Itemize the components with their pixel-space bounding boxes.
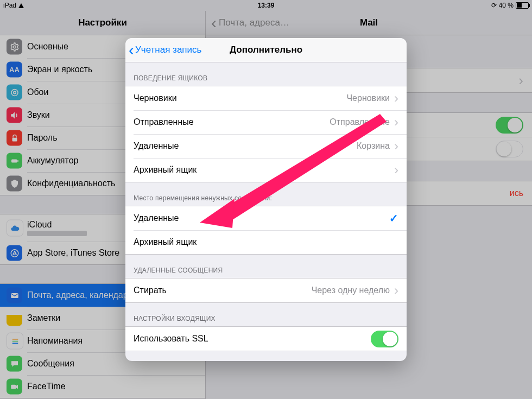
appstore-icon <box>7 245 22 261</box>
status-bar: iPad 13:39 ⟳ 40 % <box>0 0 532 11</box>
sidebar-title: Настройки <box>0 11 205 35</box>
row-deleted[interactable]: Удаленные Корзина › <box>125 134 407 158</box>
notes-icon <box>7 311 22 326</box>
row-sent[interactable]: Отправленные Отправленные › <box>125 110 407 134</box>
detail-header: ‹ Почта, адреса… Mail <box>206 11 532 35</box>
wifi-icon <box>18 3 24 8</box>
detail-back-button[interactable]: ‹ Почта, адреса… <box>211 15 289 31</box>
wallpaper-icon <box>7 85 22 100</box>
sidebar-item-label: App Store, iTunes Store <box>27 248 119 258</box>
row-label: Отправленные <box>134 117 194 127</box>
svg-rect-4 <box>11 159 17 162</box>
svg-point-1 <box>11 89 18 96</box>
sidebar-item-label: Напоминания <box>27 336 83 346</box>
facetime-icon <box>7 379 22 395</box>
toggle-ssl[interactable] <box>371 331 398 347</box>
sidebar-item-label: Конфиденциальность <box>27 179 115 188</box>
icloud-icon <box>7 220 23 237</box>
row-move-deleted[interactable]: Удаленные ✓ <box>125 206 407 230</box>
svg-rect-11 <box>11 384 16 389</box>
mail-icon <box>7 288 22 303</box>
row-archive[interactable]: Архивный ящик › <box>125 158 407 182</box>
row-use-ssl[interactable]: Использовать SSL <box>125 327 407 351</box>
row-value: Отправленные <box>330 117 390 127</box>
battery-item-icon <box>7 153 22 169</box>
lock-icon <box>7 130 22 146</box>
check-icon: ✓ <box>389 212 398 225</box>
chevron-right-icon: › <box>394 163 398 176</box>
battery-icon <box>516 2 529 9</box>
chevron-right-icon: › <box>394 116 398 129</box>
svg-rect-7 <box>11 293 18 298</box>
row-value: Корзина <box>357 141 390 151</box>
icloud-sub <box>27 231 87 236</box>
sound-icon <box>7 107 22 123</box>
row-label: Архивный ящик <box>134 165 197 175</box>
svg-rect-3 <box>12 137 17 141</box>
sidebar-item-facetime[interactable]: FaceTime <box>0 375 205 398</box>
sidebar-item-label: Обои <box>27 87 48 97</box>
row-label: Архивный ящик <box>134 237 197 247</box>
battery-pct: 40 % <box>499 2 514 9</box>
reminders-icon <box>7 333 23 350</box>
svg-point-2 <box>13 91 16 94</box>
row-drafts[interactable]: Черновики Черновики › <box>125 86 407 110</box>
chevron-right-icon: › <box>518 73 523 87</box>
sidebar-item-label: iCloud <box>27 220 87 230</box>
privacy-icon <box>7 176 22 192</box>
chevron-right-icon: › <box>394 284 398 297</box>
section-header-deleted-messages: Удаленные сообщения <box>125 255 407 278</box>
sidebar-item-label: Пароль <box>27 133 58 143</box>
row-remove[interactable]: Стирать Через одну неделю › <box>125 278 407 302</box>
chevron-left-icon: ‹ <box>211 15 217 31</box>
modal-title: Дополнительно <box>230 45 302 55</box>
svg-rect-5 <box>17 160 18 162</box>
advanced-modal: ‹ Учетная запись Дополнительно Поведение… <box>125 38 407 361</box>
sidebar-item-label: FaceTime <box>27 382 66 391</box>
messages-icon <box>7 356 22 372</box>
sidebar-item-label: Экран и яркость <box>27 65 92 74</box>
svg-point-0 <box>13 46 16 48</box>
display-icon: AA <box>7 62 22 78</box>
section-header-move-discarded: Место перемещения ненужных сообщений: <box>125 182 407 206</box>
section-header-incoming: Настройки входящих <box>125 303 407 326</box>
row-value: Черновики <box>346 93 390 103</box>
modal-header: ‹ Учетная запись Дополнительно <box>125 38 407 62</box>
row-label: Черновики <box>134 93 177 103</box>
detail-title: Mail <box>360 17 378 28</box>
sidebar-item-label: Основные <box>27 42 68 52</box>
chevron-right-icon: › <box>394 92 398 105</box>
row-label: Удаленные <box>134 213 179 223</box>
chevron-right-icon: › <box>394 140 398 153</box>
row-move-archive[interactable]: Архивный ящик <box>125 230 407 254</box>
detail-back-label: Почта, адреса… <box>219 17 289 28</box>
sidebar-item-label: Почта, адреса, календари <box>27 290 133 300</box>
device-label: iPad <box>3 2 16 9</box>
toggle-notes[interactable] <box>496 141 523 157</box>
row-label: Удаленные <box>134 141 179 151</box>
chevron-left-icon: ‹ <box>129 42 134 58</box>
toggle-mail[interactable] <box>496 117 523 134</box>
sidebar-item-label: Сообщения <box>27 359 74 369</box>
sidebar-item-label: Заметки <box>27 313 60 323</box>
sidebar-item-label: Аккумулятор <box>27 156 78 166</box>
row-label: Стирать <box>134 286 167 295</box>
svg-point-6 <box>11 249 18 257</box>
status-time: 13:39 <box>258 2 275 9</box>
row-label: Использовать SSL <box>134 334 208 344</box>
row-value: Через одну неделю <box>312 286 390 295</box>
section-header-mailbox-behavior: Поведение ящиков <box>125 62 407 86</box>
modal-back-label: Учетная запись <box>135 45 201 55</box>
refresh-icon: ⟳ <box>491 2 497 9</box>
modal-back-button[interactable]: ‹ Учетная запись <box>125 42 201 58</box>
sidebar-item-label: Звуки <box>27 110 50 120</box>
gear-icon <box>7 39 22 55</box>
